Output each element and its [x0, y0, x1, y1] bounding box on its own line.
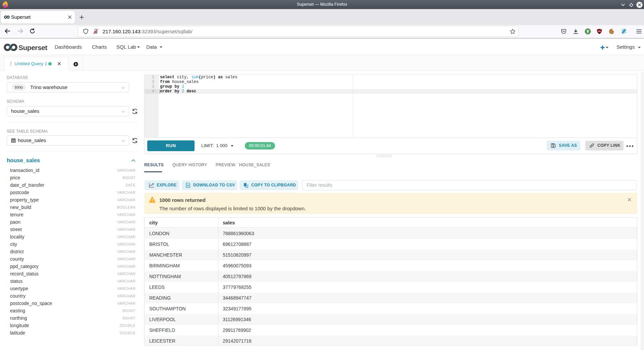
svg-text:UO: UO: [598, 30, 601, 32]
